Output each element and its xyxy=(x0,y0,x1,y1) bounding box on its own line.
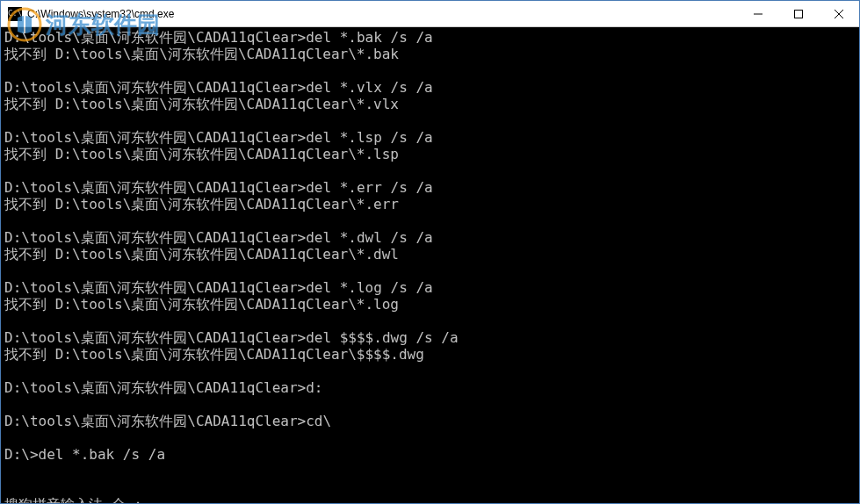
terminal-line xyxy=(4,479,856,496)
terminal-line: 找不到 D:\tools\桌面\河东软件园\CADA11qClear\*.log xyxy=(4,296,856,313)
terminal-line: 找不到 D:\tools\桌面\河东软件园\CADA11qClear\*.bak xyxy=(4,46,856,62)
cmd-icon: C:\ xyxy=(8,7,22,21)
terminal-line: 找不到 D:\tools\桌面\河东软件园\CADA11qClear\*.lsp xyxy=(4,146,856,162)
close-icon xyxy=(835,10,843,18)
terminal-line: D:\tools\桌面\河东软件园\CADA11qClear>del *.dwl… xyxy=(4,229,856,246)
terminal-line: 找不到 D:\tools\桌面\河东软件园\CADA11qClear\*.err xyxy=(4,196,856,212)
maximize-icon xyxy=(794,10,803,18)
terminal-line xyxy=(4,62,856,79)
terminal-line: D:\tools\桌面\河东软件园\CADA11qClear>del *.bak… xyxy=(4,29,856,46)
terminal-line: D:\tools\桌面\河东软件园\CADA11qClear>d: xyxy=(4,379,856,396)
maximize-button[interactable] xyxy=(778,1,819,26)
terminal-line: D:\tools\桌面\河东软件园\CADA11qClear>del *.log… xyxy=(4,279,856,296)
terminal-line: D:\tools\桌面\河东软件园\CADA11qClear>del *.vlx… xyxy=(4,79,856,96)
title-bar[interactable]: C:\ C:\Windows\system32\cmd.exe xyxy=(1,1,859,27)
terminal-line: D:\tools\桌面\河东软件园\CADA11qClear>del $$$$.… xyxy=(4,329,856,346)
terminal-line: D:\>del *.bak /s /a xyxy=(4,446,856,463)
terminal-line xyxy=(4,396,856,413)
terminal-line xyxy=(4,463,856,479)
terminal-output[interactable]: D:\tools\桌面\河东软件园\CADA11qClear>del *.bak… xyxy=(1,27,859,503)
window-controls xyxy=(738,1,859,26)
terminal-line: D:\tools\桌面\河东软件园\CADA11qClear>cd\ xyxy=(4,413,856,429)
cmd-window: C:\ C:\Windows\system32\cmd.exe D:\tools… xyxy=(0,0,860,504)
terminal-line xyxy=(4,363,856,379)
terminal-line xyxy=(4,112,856,129)
terminal-line xyxy=(4,313,856,329)
terminal-line: D:\tools\桌面\河东软件园\CADA11qClear>del *.err… xyxy=(4,179,856,196)
terminal-line: 搜狗拼音输入法 全 : xyxy=(4,496,856,503)
close-button[interactable] xyxy=(819,1,859,26)
terminal-line: 找不到 D:\tools\桌面\河东软件园\CADA11qClear\*.vlx xyxy=(4,96,856,112)
terminal-line xyxy=(4,263,856,279)
terminal-line: 找不到 D:\tools\桌面\河东软件园\CADA11qClear\$$$$.… xyxy=(4,346,856,363)
terminal-line: 找不到 D:\tools\桌面\河东软件园\CADA11qClear\*.dwl xyxy=(4,246,856,263)
window-title: C:\Windows\system32\cmd.exe xyxy=(27,8,738,20)
terminal-line xyxy=(4,162,856,179)
minimize-button[interactable] xyxy=(738,1,778,26)
terminal-line xyxy=(4,429,856,446)
svg-rect-2 xyxy=(795,10,803,18)
terminal-line xyxy=(4,212,856,229)
minimize-icon xyxy=(754,10,762,18)
terminal-line: D:\tools\桌面\河东软件园\CADA11qClear>del *.lsp… xyxy=(4,129,856,146)
